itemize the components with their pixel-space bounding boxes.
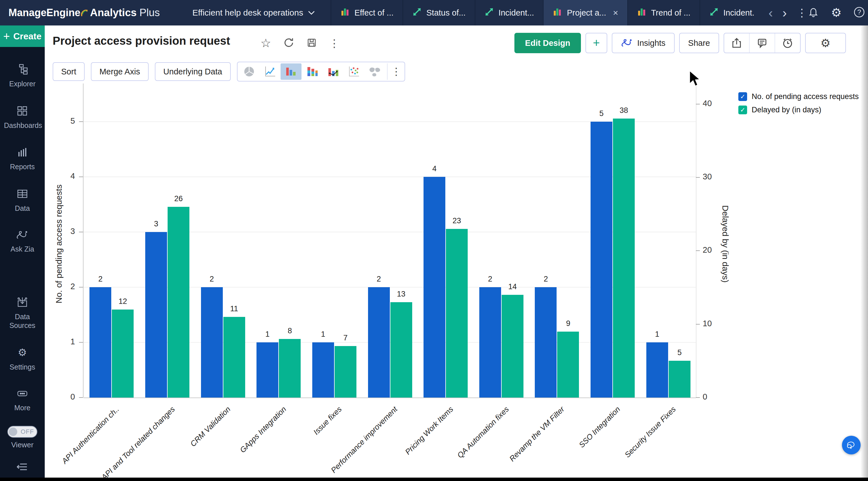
export-icon[interactable] (724, 33, 749, 53)
chart-type-overflow-icon[interactable]: ⋮ (389, 66, 403, 77)
bar-pending-6[interactable] (424, 177, 445, 397)
add-button[interactable]: + (585, 33, 607, 53)
sidebar-item-explorer[interactable]: Explorer (9, 63, 35, 89)
sidebar-item-label: Reports (10, 162, 35, 171)
top-navbar: ManageEngine Analytics Plus Efficient he… (0, 0, 868, 26)
tabs-overflow-icon[interactable]: ⋮ (796, 6, 807, 19)
legend-checkbox-green[interactable]: ✓ (738, 105, 747, 114)
bar-delayed-1[interactable] (167, 207, 189, 397)
viewer-toggle[interactable]: OFF (7, 426, 37, 438)
underlying-data-button[interactable]: Underlying Data (155, 62, 231, 81)
dashboards-icon (16, 105, 29, 119)
chat-fab-button[interactable] (842, 436, 861, 454)
bar-pending-9[interactable] (591, 122, 612, 397)
left-sidebar: + Create ExplorerDashboardsReportsDataAs… (0, 26, 45, 478)
tab-4[interactable]: Trend of ... (627, 0, 700, 26)
sidebar-item-ask-zia[interactable]: Ask Zia (10, 229, 34, 254)
chart-type-stacked-bar-icon[interactable] (302, 63, 322, 80)
legend-item-pending[interactable]: ✓ No. of pending access requests (738, 92, 859, 101)
sort-button[interactable]: Sort (53, 62, 85, 81)
collapse-sidebar-icon[interactable] (16, 462, 29, 473)
alerts-clock-icon[interactable] (775, 33, 800, 53)
bar-value-delayed-5: 13 (391, 290, 412, 298)
gear-icon: ⚙ (820, 37, 831, 49)
category-label-0: API Authentication ch.. (60, 405, 121, 466)
svg-text:?: ? (857, 8, 861, 16)
edit-design-button[interactable]: Edit Design (515, 33, 581, 53)
merge-axis-button[interactable]: Merge Axis (91, 62, 148, 81)
settings-gear-icon[interactable]: ⚙ (831, 7, 842, 19)
comments-icon[interactable] (749, 33, 775, 53)
bar-pending-4[interactable] (312, 342, 334, 397)
left-tick-label: 4 (41, 171, 75, 181)
view-settings-button[interactable]: ⚙ (805, 33, 846, 53)
left-tick-label: 0 (41, 392, 75, 402)
bar-delayed-4[interactable] (335, 346, 356, 397)
tab-label: Trend of ... (651, 8, 690, 18)
sidebar-item-data-sources[interactable]: Data Sources (4, 296, 41, 330)
bar-pending-10[interactable] (646, 342, 668, 397)
chart-type-map-icon[interactable] (364, 63, 385, 80)
sidebar-item-reports[interactable]: Reports (10, 146, 35, 171)
notifications-bell-icon[interactable] (807, 6, 819, 20)
bar-value-pending-1: 3 (145, 220, 167, 228)
insights-button[interactable]: Insights (612, 33, 675, 53)
chart-type-scatter-icon[interactable] (343, 63, 364, 80)
tab-5[interactable]: Incident. (700, 0, 764, 26)
bar-value-delayed-2: 11 (223, 304, 245, 313)
legend-item-delayed[interactable]: ✓ Delayed by (in days) (738, 105, 859, 114)
navbar-icons: ⚙ ? (807, 4, 868, 21)
legend-checkbox-blue[interactable]: ✓ (738, 92, 747, 101)
vertical-scrollbar[interactable] (861, 26, 868, 478)
bar-delayed-10[interactable] (669, 361, 690, 397)
tab-1[interactable]: Status of... (403, 0, 475, 26)
bar-pending-7[interactable] (479, 287, 501, 397)
bar-value-pending-6: 4 (424, 164, 445, 173)
bar-pending-2[interactable] (201, 287, 223, 397)
bar-delayed-0[interactable] (112, 310, 134, 397)
bar-delayed-5[interactable] (391, 302, 412, 397)
bar-pending-3[interactable] (256, 342, 278, 397)
bar-pending-1[interactable] (145, 232, 167, 397)
share-button[interactable]: Share (679, 33, 719, 53)
bar-delayed-6[interactable] (446, 229, 468, 397)
sidebar-item-data[interactable]: Data (15, 188, 30, 213)
chart-type-line-icon[interactable] (259, 63, 281, 80)
sidebar-item-settings[interactable]: ⚙Settings (10, 346, 35, 372)
bar-delayed-3[interactable] (279, 339, 301, 397)
workspace-dropdown[interactable]: Efficient help desk operations (192, 8, 315, 18)
right-tick-mark (696, 177, 700, 178)
right-tick-label: 0 (703, 392, 728, 402)
favorite-star-icon[interactable]: ☆ (260, 36, 271, 50)
chart-type-combo-icon[interactable] (322, 63, 343, 80)
bar-delayed-7[interactable] (502, 295, 523, 397)
chart-type-bar-icon[interactable] (281, 63, 302, 80)
sidebar-item-label: Settings (10, 363, 35, 372)
tab-0[interactable]: Effect of ... (331, 0, 403, 26)
tab-3[interactable]: Project a...× (543, 0, 627, 26)
close-icon[interactable]: × (613, 8, 618, 17)
chevron-down-icon (308, 10, 315, 15)
bar-delayed-2[interactable] (223, 317, 245, 397)
bar-pending-0[interactable] (89, 287, 111, 397)
bar-delayed-9[interactable] (613, 119, 635, 397)
tabs-scroll-left-icon[interactable]: ‹ (769, 6, 773, 19)
logo-swoosh-icon (81, 9, 88, 19)
tab-2[interactable]: Incident... (475, 0, 543, 26)
divider (387, 63, 388, 80)
save-icon[interactable] (306, 37, 317, 49)
data-sources-icon (16, 296, 29, 310)
refresh-icon[interactable] (283, 37, 294, 50)
title-more-icon[interactable]: ⋮ (329, 37, 340, 50)
bar-pending-8[interactable] (535, 287, 557, 397)
bar-delayed-8[interactable] (557, 331, 579, 397)
left-tick-mark (79, 232, 83, 232)
chart-type-pie-icon[interactable] (239, 63, 259, 80)
tabs-scroll-right-icon[interactable]: › (782, 6, 787, 19)
create-button[interactable]: + Create (0, 26, 45, 47)
chart-type-picker: ⋮ (237, 62, 405, 82)
bar-pending-5[interactable] (368, 287, 390, 397)
help-icon[interactable]: ? (853, 6, 865, 20)
sidebar-item-more[interactable]: More (14, 388, 31, 413)
sidebar-item-dashboards[interactable]: Dashboards (4, 105, 41, 130)
